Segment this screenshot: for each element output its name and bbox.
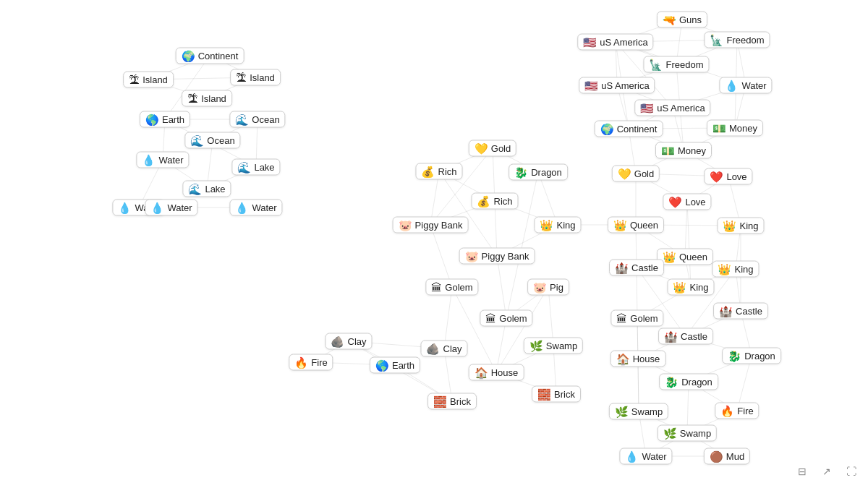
label-king3: King (689, 282, 708, 293)
node-mud1[interactable]: 🟤Mud (704, 448, 750, 465)
node-clay2[interactable]: 🪨Clay (420, 341, 467, 357)
node-gold2[interactable]: 💛Gold (612, 166, 660, 182)
icon-golem3: 🏛 (616, 313, 627, 324)
icon-money1: 💵 (712, 123, 726, 134)
node-island3[interactable]: 🏝Island (182, 90, 232, 107)
label-lake1: Lake (254, 162, 274, 173)
icon-swamp3: 🌿 (663, 428, 677, 439)
node-castle1[interactable]: 🏰Castle (609, 260, 664, 276)
node-water1[interactable]: 💧Water (136, 152, 189, 168)
icon-king2: 👑 (723, 221, 736, 231)
node-swamp1[interactable]: 🌿Swamp (524, 338, 583, 354)
icon-queen1: 👑 (613, 220, 627, 231)
node-water4[interactable]: 💧Water (229, 200, 282, 216)
node-golem3[interactable]: 🏛Golem (610, 310, 663, 327)
node-earth1[interactable]: 🌎Earth (140, 111, 190, 128)
icon-money2: 💵 (661, 145, 675, 156)
node-love2[interactable]: ❤️Love (663, 194, 711, 210)
node-ocean2[interactable]: 🌊Ocean (184, 132, 240, 149)
label-piggybank1: Piggy Bank (415, 220, 463, 231)
label-island3: Island (201, 93, 226, 104)
node-money2[interactable]: 💵Money (655, 142, 712, 159)
node-continent2[interactable]: 🌍Continent (595, 121, 663, 137)
icon-castle3: 🏰 (664, 331, 678, 342)
node-house1[interactable]: 🏠House (469, 364, 524, 381)
node-america2[interactable]: 🇺🇸uS America (579, 77, 655, 94)
node-king1[interactable]: 👑King (534, 217, 581, 234)
node-brick1[interactable]: 🧱Brick (427, 393, 477, 410)
node-king3[interactable]: 👑King (667, 279, 714, 296)
icon-america3: 🇺🇸 (640, 103, 654, 114)
icon-earth2: 🌎 (375, 360, 389, 371)
icon-rich2: 💰 (477, 196, 490, 207)
node-fire1[interactable]: 🔥Fire (289, 354, 333, 371)
node-freedom1[interactable]: 🗽Freedom (704, 32, 770, 48)
node-swamp3[interactable]: 🌿Swamp (658, 425, 717, 442)
node-queen1[interactable]: 👑Queen (608, 217, 664, 234)
icon-clay2: 🪨 (426, 343, 440, 354)
icon-ocean1: 🌊 (235, 114, 249, 125)
toolbar: ⊟ ↗ ⛶ (793, 462, 861, 481)
node-continent1[interactable]: 🌍Continent (176, 48, 244, 64)
node-island2[interactable]: 🏝Island (230, 69, 281, 86)
node-dragon1[interactable]: 🐉Dragon (509, 164, 568, 181)
node-rich1[interactable]: 💰Rich (415, 163, 462, 180)
node-clay1[interactable]: 🪨Clay (325, 333, 372, 350)
label-king4: King (734, 264, 753, 275)
label-lake2: Lake (205, 184, 225, 194)
node-lake2[interactable]: 🌊Lake (182, 181, 231, 197)
node-golem1[interactable]: 🏛Golem (425, 279, 478, 296)
node-fire2[interactable]: 🔥Fire (715, 403, 759, 419)
label-fire1: Fire (311, 357, 327, 368)
icon-castle2: 🏰 (719, 306, 733, 317)
node-castle3[interactable]: 🏰Castle (658, 328, 713, 345)
node-piggybank2[interactable]: 🐷Piggy Bank (459, 248, 535, 265)
icon-love2: ❤️ (668, 197, 682, 207)
label-queen1: Queen (630, 220, 658, 231)
node-piggybank1[interactable]: 🐷Piggy Bank (393, 217, 469, 234)
icon-clay1: 🪨 (331, 336, 344, 347)
label-earth2: Earth (392, 360, 414, 371)
icon-fire2: 🔥 (720, 406, 734, 416)
expand-button[interactable]: ⛶ (842, 462, 861, 481)
label-freedom2: Freedom (665, 59, 703, 70)
node-water5[interactable]: 💧Water (719, 77, 772, 94)
node-castle2[interactable]: 🏰Castle (713, 303, 768, 320)
node-queen2[interactable]: 👑Queen (657, 249, 713, 265)
node-dragon3[interactable]: 🐉Dragon (659, 374, 718, 390)
node-america3[interactable]: 🇺🇸uS America (634, 100, 710, 116)
icon-gold1: 💛 (475, 143, 488, 154)
node-dragon2[interactable]: 🐉Dragon (722, 348, 781, 364)
node-gold1[interactable]: 💛Gold (469, 140, 516, 157)
node-pig1[interactable]: 🐷Pig (527, 279, 569, 296)
node-house2[interactable]: 🏠House (610, 351, 666, 367)
icon-lake2: 🌊 (188, 184, 202, 194)
node-money1[interactable]: 💵Money (707, 120, 763, 137)
node-ocean1[interactable]: 🌊Ocean (229, 111, 285, 128)
node-water3[interactable]: 💧Water (145, 200, 197, 216)
label-freedom1: Freedom (726, 35, 764, 46)
label-house1: House (491, 367, 519, 378)
node-golem2[interactable]: 🏛Golem (480, 310, 532, 327)
icon-fire1: 🔥 (294, 357, 308, 368)
node-america1[interactable]: 🇺🇸uS America (577, 34, 653, 51)
node-love1[interactable]: ❤️Love (704, 168, 752, 185)
icon-island1: 🏝 (129, 74, 140, 85)
node-swamp2[interactable]: 🌿Swamp (609, 403, 668, 420)
label-queen2: Queen (679, 252, 707, 262)
node-guns1[interactable]: 🔫Guns (657, 12, 707, 28)
node-king2[interactable]: 👑King (717, 218, 764, 234)
label-mud1: Mud (726, 451, 744, 462)
node-earth2[interactable]: 🌎Earth (370, 357, 420, 374)
filter-button[interactable]: ⊟ (793, 462, 812, 481)
node-lake1[interactable]: 🌊Lake (231, 159, 280, 176)
share-button[interactable]: ↗ (817, 462, 836, 481)
node-brick2[interactable]: 🧱Brick (532, 386, 581, 403)
node-rich2[interactable]: 💰Rich (471, 193, 518, 210)
node-island1[interactable]: 🏝Island (123, 72, 174, 88)
label-king1: King (556, 220, 575, 231)
node-water6[interactable]: 💧Water (619, 448, 672, 465)
node-king4[interactable]: 👑King (712, 261, 759, 278)
node-freedom2[interactable]: 🗽Freedom (643, 56, 709, 73)
label-island2: Island (250, 72, 275, 83)
